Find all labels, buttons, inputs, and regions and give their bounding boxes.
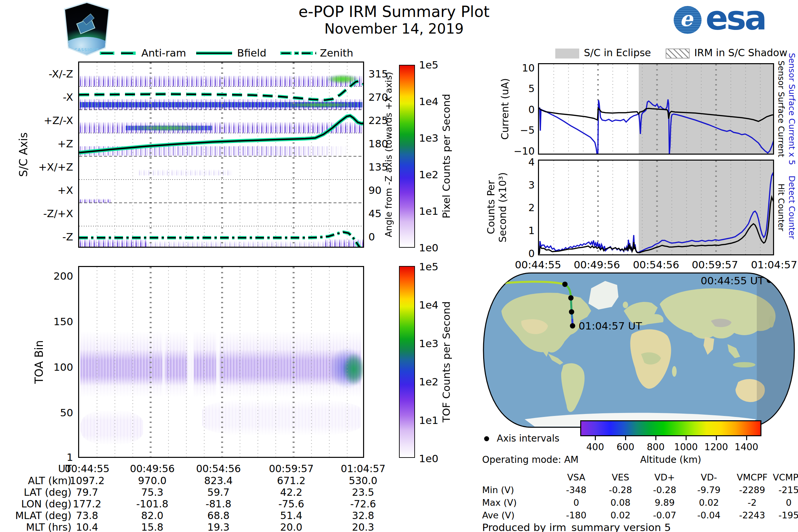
sc-axis-tick: +X/+Z <box>28 161 73 173</box>
table-cell: 32.8 <box>331 510 395 521</box>
sensor-surface-current-label: Sensor Surface Current <box>776 60 786 157</box>
toa-tick: 200 <box>32 270 73 282</box>
toa-spectrogram-panel <box>78 266 364 458</box>
pixel-cbar-tick: 1e0 <box>419 242 439 254</box>
angle-axis-label: Angle from -Z axis (towards +X axis) <box>383 72 394 237</box>
counts-panel-plot <box>539 160 774 255</box>
sc-axis-tick: +Z <box>28 138 73 150</box>
operating-mode: Operating mode: AM <box>482 454 578 465</box>
table-cell: 20.3 <box>331 521 395 532</box>
toa-tick: 1 <box>32 451 73 463</box>
time-xtick: 00:59:57 <box>685 259 745 271</box>
current-ytick: 5 <box>507 83 535 94</box>
alt-tick: 400 <box>582 441 608 453</box>
counts-ytick: 2 <box>513 202 535 213</box>
alt-tickmark <box>686 436 687 440</box>
table-cell: 82.0 <box>121 510 184 521</box>
current-ytick: 0 <box>507 104 535 115</box>
table-cell: -72.6 <box>331 498 395 510</box>
sc-axis-tick: -Z/+X <box>28 208 73 220</box>
table-cell: 10.4 <box>56 521 119 532</box>
table-cell: 823.4 <box>187 475 250 487</box>
table-cell: 00:54:56 <box>187 463 250 474</box>
voltage-cell: -180 <box>553 510 600 520</box>
page-date: November 14, 2019 <box>324 21 464 37</box>
voltage-cell: -0.28 <box>641 485 688 495</box>
table-cell: 01:04:57 <box>331 463 395 474</box>
eclipse-legend-swatch <box>555 49 579 58</box>
table-cell: 59.7 <box>187 487 250 498</box>
esa-wordmark: esa <box>706 0 765 38</box>
cassiope-patch-art: CASSIOPE <box>63 3 110 55</box>
orbit-interval-dot <box>568 295 573 301</box>
alt-tickmark <box>746 436 747 440</box>
table-cell: 970.0 <box>121 475 184 487</box>
epop-irm-summary-plot: CASSIOPE e-POP IRM Summary Plot November… <box>0 0 798 532</box>
uk <box>623 302 628 308</box>
bfield-legend-label: Bfield <box>237 47 266 59</box>
pixel-cbar-tick: 1e2 <box>419 169 439 180</box>
table-cell: 75.3 <box>121 487 184 498</box>
voltage-cell: 0.02 <box>686 497 732 508</box>
current-ytick: 10 <box>507 62 535 74</box>
pixel-cbar-tick: 1e4 <box>419 95 439 108</box>
current-panel-plot <box>539 64 774 155</box>
tof-cbar-tick: 1e2 <box>419 376 439 388</box>
track-end-label: 01:04:57 UT <box>578 320 642 332</box>
orbit-interval-dot <box>570 323 575 328</box>
voltage-col-header: VSA <box>553 472 600 482</box>
bfield-legend-line <box>196 52 232 55</box>
table-cell: 00:44:55 <box>56 463 119 474</box>
page-title: e-POP IRM Summary Plot <box>299 3 490 21</box>
voltage-cell: -195 <box>765 510 798 520</box>
counts-ytick: 1 <box>513 225 535 236</box>
table-cell: 23.5 <box>331 487 395 498</box>
detect-counter-label: Detect Counter <box>787 175 797 239</box>
madagascar <box>672 366 677 377</box>
world-map: 00:44:55 UT 01:04:57 UT <box>481 271 796 430</box>
time-xtick: 01:04:57 <box>744 259 798 271</box>
angle-axis-tick: 45 <box>368 208 381 220</box>
axis-intervals-label: Axis intervals <box>497 433 559 444</box>
bfield-line-halo <box>79 116 364 153</box>
antiram-legend-label: Anti-ram <box>141 47 186 59</box>
current-ytick: −5 <box>507 125 535 136</box>
voltage-col-header: VCMPB <box>765 472 798 482</box>
counts-ylabel: Counts Per Second (x10³) <box>485 172 508 242</box>
table-cell: 68.8 <box>187 510 250 521</box>
track-start-label: 00:44:55 UT <box>701 274 764 287</box>
eclipse-legend-label: S/C in Eclipse <box>584 47 651 58</box>
current-panel <box>538 63 774 155</box>
tof-cbar-tick: 1e4 <box>419 299 439 311</box>
toa-tick: 150 <box>32 316 73 327</box>
voltage-cell: -215 <box>765 485 798 495</box>
indonesia <box>733 362 756 367</box>
sc-axis-tick: -X/-Z <box>28 68 73 80</box>
time-xtick: 00:49:56 <box>567 259 627 271</box>
counts-ytick: 3 <box>513 179 535 191</box>
esa-globe-icon: e <box>673 6 702 34</box>
alt-colorbar-label: Altitude (km) <box>638 454 704 465</box>
sc-axis-ylabel: S/C Axis <box>17 132 30 177</box>
pixel-cbar-tick: 1e5 <box>419 59 439 71</box>
current-ytick: −10 <box>507 145 535 157</box>
table-cell: 00:59:57 <box>260 463 323 474</box>
angle-axis-tick: 0 <box>368 231 375 243</box>
tof-counts-colorbar <box>399 266 415 458</box>
table-cell: 00:49:56 <box>121 463 184 474</box>
voltage-col-header: VD+ <box>641 472 688 482</box>
table-cell: 20.0 <box>260 521 323 532</box>
table-cell: 530.0 <box>331 475 395 487</box>
voltage-cell: 0 <box>765 497 798 508</box>
counts-panel <box>538 159 774 255</box>
tof-cbar-tick: 1e0 <box>419 453 439 464</box>
table-cell: 671.2 <box>260 475 323 487</box>
toa-panel-gridlines <box>79 267 364 458</box>
sc-axis-panel-overlay <box>79 62 364 248</box>
table-cell: 177.2 <box>56 498 119 510</box>
table-cell: 15.8 <box>121 521 184 532</box>
angle-axis-tick: 90 <box>368 184 381 196</box>
sc-axis-tick: -Z <box>28 231 73 243</box>
counts-ytick: 0 <box>513 248 535 259</box>
voltage-col-header: VD- <box>686 472 732 482</box>
